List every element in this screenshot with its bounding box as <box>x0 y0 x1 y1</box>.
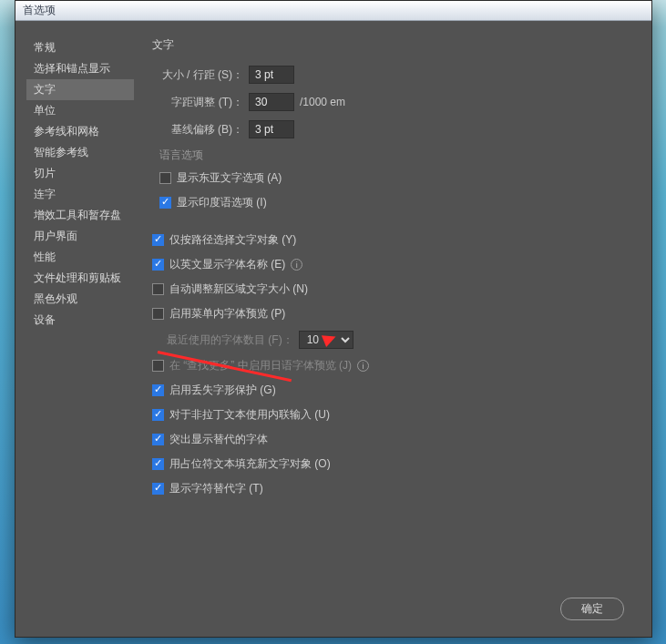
sidebar-item-5[interactable]: 智能参考线 <box>26 142 134 163</box>
sidebar-item-13[interactable]: 设备 <box>26 310 134 331</box>
info-icon[interactable]: i <box>291 259 302 271</box>
sidebar-item-6[interactable]: 切片 <box>26 163 134 184</box>
checkbox-missing-glyph[interactable] <box>152 384 164 396</box>
checkbox-jp-preview[interactable] <box>152 360 164 372</box>
sidebar-item-8[interactable]: 增效工具和暂存盘 <box>26 205 134 226</box>
sidebar-item-11[interactable]: 文件处理和剪贴板 <box>26 268 134 289</box>
tracking-label: 字距调整 (T)： <box>167 95 243 110</box>
label-preview-menu: 启用菜单内字体预览 (P) <box>169 306 285 322</box>
label-east-asian: 显示东亚文字选项 (A) <box>177 170 282 186</box>
ok-button[interactable]: 确定 <box>560 598 624 620</box>
label-placeholder-fill: 用占位符文本填充新文字对象 (O) <box>169 456 331 472</box>
checkbox-highlight-alt[interactable] <box>152 434 164 445</box>
sidebar-item-2[interactable]: 文字 <box>26 79 134 100</box>
info-icon[interactable]: i <box>357 360 369 372</box>
label-highlight-alt: 突出显示替代的字体 <box>169 432 268 447</box>
sidebar-item-12[interactable]: 黑色外观 <box>26 289 134 310</box>
main-panel: 文字 大小 / 行距 (S)： 字距调整 (T)： /1000 em 基线偏移 … <box>134 21 651 637</box>
label-indic: 显示印度语选项 (I) <box>177 195 267 210</box>
sidebar-item-3[interactable]: 单位 <box>26 100 134 121</box>
checkbox-preview-menu[interactable] <box>152 308 164 320</box>
baseline-input[interactable] <box>249 120 294 138</box>
label-auto-size: 自动调整新区域文字大小 (N) <box>169 281 308 297</box>
titlebar: 首选项 <box>15 1 651 21</box>
checkbox-indic[interactable] <box>159 197 171 209</box>
panel-title: 文字 <box>152 37 633 53</box>
sidebar-item-10[interactable]: 性能 <box>26 247 134 268</box>
label-english-names: 以英文显示字体名称 (E) <box>169 257 285 272</box>
recent-fonts-select[interactable]: 10 <box>299 331 353 349</box>
tracking-input[interactable] <box>249 93 294 111</box>
language-options-header: 语言选项 <box>159 148 633 163</box>
checkbox-inline-input[interactable] <box>152 409 164 421</box>
label-jp-preview: 在 “查找更多” 中启用日语字体预览 (J) <box>169 358 352 373</box>
sidebar: 常规选择和锚点显示文字单位参考线和网格智能参考线切片连字增效工具和暂存盘用户界面… <box>15 21 134 637</box>
label-missing-glyph: 启用丢失字形保护 (G) <box>169 383 276 398</box>
sidebar-item-0[interactable]: 常规 <box>26 37 134 58</box>
sidebar-item-9[interactable]: 用户界面 <box>26 226 134 247</box>
checkbox-show-alt-glyph[interactable] <box>152 483 164 495</box>
sidebar-item-4[interactable]: 参考线和网格 <box>26 121 134 142</box>
sidebar-item-1[interactable]: 选择和锚点显示 <box>26 58 134 79</box>
checkbox-east-asian[interactable] <box>159 172 171 184</box>
label-path-only: 仅按路径选择文字对象 (Y) <box>169 232 296 248</box>
recent-fonts-label: 最近使用的字体数目 (F)： <box>167 332 293 348</box>
tracking-unit: /1000 em <box>300 96 345 108</box>
checkbox-auto-size[interactable] <box>152 283 164 295</box>
size-leading-input[interactable] <box>249 66 294 84</box>
checkbox-path-only[interactable] <box>152 234 164 246</box>
checkbox-placeholder-fill[interactable] <box>152 458 164 470</box>
baseline-label: 基线偏移 (B)： <box>167 122 243 138</box>
sidebar-item-7[interactable]: 连字 <box>26 184 134 205</box>
window-title: 首选项 <box>23 3 56 18</box>
checkbox-english-names[interactable] <box>152 259 164 271</box>
size-leading-label: 大小 / 行距 (S)： <box>152 67 243 83</box>
label-inline-input: 对于非拉丁文本使用内联输入 (U) <box>169 407 330 423</box>
label-show-alt-glyph: 显示字符替代字 (T) <box>169 481 263 496</box>
preferences-window: 首选项 常规选择和锚点显示文字单位参考线和网格智能参考线切片连字增效工具和暂存盘… <box>15 0 652 638</box>
